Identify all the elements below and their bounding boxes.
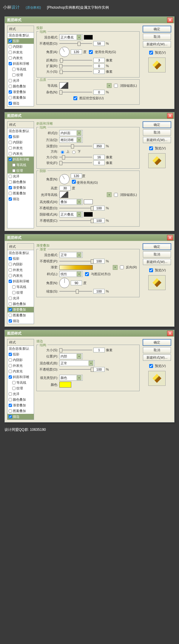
style-checkbox[interactable] xyxy=(9,102,12,105)
style-item[interactable]: 颜色叠加 xyxy=(7,301,34,307)
style-checkbox[interactable] xyxy=(9,308,12,311)
angle-dial[interactable] xyxy=(59,278,70,288)
fill-type-combo[interactable]: 颜色▾ xyxy=(59,375,83,381)
anti-alias-check[interactable] xyxy=(114,193,118,197)
style-checkbox[interactable] xyxy=(9,79,12,82)
technique-combo[interactable]: 雕刻清晰▾ xyxy=(59,137,83,143)
style-checkbox[interactable] xyxy=(9,302,12,306)
bevel-style-combo[interactable]: 内斜面▾ xyxy=(59,130,83,136)
ok-button[interactable]: 确定 xyxy=(143,339,171,346)
style-checkbox[interactable] xyxy=(9,409,12,413)
close-button[interactable]: X xyxy=(167,17,173,23)
angle-input[interactable] xyxy=(71,174,82,178)
hl-opacity-input[interactable] xyxy=(93,206,105,210)
style-checkbox[interactable] xyxy=(9,364,12,367)
position-combo[interactable]: 内部▾ xyxy=(59,353,83,359)
style-item[interactable]: 投影 xyxy=(7,134,34,140)
style-item[interactable]: 渐变叠加 xyxy=(7,89,34,95)
opacity-slider[interactable] xyxy=(59,41,92,46)
blend-default[interactable]: 混合选项:默认 xyxy=(7,32,34,38)
angle-dial[interactable] xyxy=(59,47,70,57)
altitude-input[interactable] xyxy=(59,186,71,191)
style-item[interactable]: 投影 xyxy=(7,256,34,261)
style-item[interactable]: 渐变叠加 xyxy=(7,307,34,312)
opacity-input[interactable] xyxy=(93,367,105,372)
style-item[interactable]: 外发光 xyxy=(7,145,34,151)
style-checkbox[interactable] xyxy=(9,197,12,201)
style-checkbox[interactable] xyxy=(9,263,12,266)
grad-style-combo[interactable]: 线性▾ xyxy=(59,271,83,277)
knockout-check[interactable] xyxy=(73,96,77,100)
hl-opacity-slider[interactable] xyxy=(59,206,92,210)
style-item[interactable]: 颜色叠加 xyxy=(7,397,34,402)
blend-default[interactable]: 混合选项:默认 xyxy=(7,128,34,134)
style-item[interactable]: 内阴影 xyxy=(7,44,34,49)
cancel-button[interactable]: 取消 xyxy=(143,34,171,40)
align-check[interactable] xyxy=(85,272,89,276)
opacity-input[interactable] xyxy=(93,259,105,264)
style-item[interactable]: 内阴影 xyxy=(7,261,34,267)
style-checkbox[interactable] xyxy=(9,314,12,317)
style-item[interactable]: 等高线 xyxy=(7,66,34,72)
blend-default[interactable]: 混合选项:默认 xyxy=(7,250,34,256)
style-item[interactable]: 等高线 xyxy=(7,284,34,290)
soften-slider[interactable] xyxy=(59,161,92,165)
style-checkbox[interactable] xyxy=(9,404,12,407)
opacity-input[interactable] xyxy=(93,41,105,46)
titlebar[interactable]: 图层样式 X xyxy=(5,17,174,23)
shadow-color[interactable] xyxy=(84,212,93,217)
style-checkbox[interactable] xyxy=(9,90,12,94)
style-checkbox[interactable] xyxy=(9,51,12,54)
ok-button[interactable]: 确定 xyxy=(143,243,171,250)
style-checkbox[interactable] xyxy=(9,268,12,272)
global-light-check[interactable] xyxy=(89,50,93,54)
style-checkbox[interactable] xyxy=(9,415,12,418)
blend-default[interactable]: 混合选项:默认 xyxy=(7,346,34,352)
depth-input[interactable] xyxy=(93,144,105,148)
style-item[interactable]: 内阴影 xyxy=(7,140,34,145)
style-item[interactable]: 光泽 xyxy=(7,295,34,301)
style-checkbox[interactable] xyxy=(9,141,12,144)
style-item[interactable]: 光泽 xyxy=(7,174,34,179)
style-item[interactable]: 等高线 xyxy=(7,162,34,168)
distance-input[interactable] xyxy=(93,58,105,63)
style-checkbox[interactable] xyxy=(9,297,12,300)
style-checkbox[interactable] xyxy=(9,375,12,379)
style-item[interactable]: 纹理 xyxy=(7,290,34,295)
style-checkbox[interactable] xyxy=(9,56,12,60)
preview-check[interactable] xyxy=(149,146,153,150)
ok-button[interactable]: 确定 xyxy=(143,26,171,32)
soften-input[interactable] xyxy=(93,160,105,165)
style-item[interactable]: 投影 xyxy=(7,352,34,357)
style-checkbox[interactable] xyxy=(12,163,16,167)
angle-dial[interactable] xyxy=(59,174,70,184)
style-checkbox[interactable] xyxy=(12,387,16,390)
depth-slider[interactable] xyxy=(59,144,92,148)
style-item[interactable]: 纹理 xyxy=(7,386,34,391)
dir-up-radio[interactable] xyxy=(61,151,64,154)
style-checkbox[interactable] xyxy=(12,169,16,172)
stroke-color[interactable] xyxy=(59,382,71,388)
sh-opacity-slider[interactable] xyxy=(59,219,92,223)
style-item[interactable]: 外发光 xyxy=(7,363,34,369)
style-item[interactable]: 图案叠加 xyxy=(7,191,34,196)
style-checkbox[interactable] xyxy=(9,186,12,189)
new-style-button[interactable]: 新建样式(W)... xyxy=(143,259,171,265)
ok-button[interactable]: 确定 xyxy=(143,121,171,128)
contour-picker[interactable] xyxy=(59,82,68,89)
style-checkbox[interactable] xyxy=(12,285,16,289)
blend-mode-combo[interactable]: 正常▾ xyxy=(59,360,95,366)
blend-mode-combo[interactable]: 正片叠底▾ xyxy=(59,34,83,40)
style-checkbox[interactable] xyxy=(9,257,12,260)
style-checkbox[interactable] xyxy=(12,68,16,71)
style-checkbox[interactable] xyxy=(9,358,12,362)
spread-slider[interactable] xyxy=(59,64,92,68)
style-checkbox[interactable] xyxy=(9,96,12,99)
size-input[interactable] xyxy=(93,69,105,74)
style-item[interactable]: 斜面和浮雕 xyxy=(7,374,34,380)
shadow-color[interactable] xyxy=(84,35,93,40)
style-item[interactable]: 等高线 xyxy=(7,380,34,386)
size-input[interactable] xyxy=(93,155,105,160)
preview-check[interactable] xyxy=(149,364,153,368)
style-item[interactable]: 内发光 xyxy=(7,151,34,157)
